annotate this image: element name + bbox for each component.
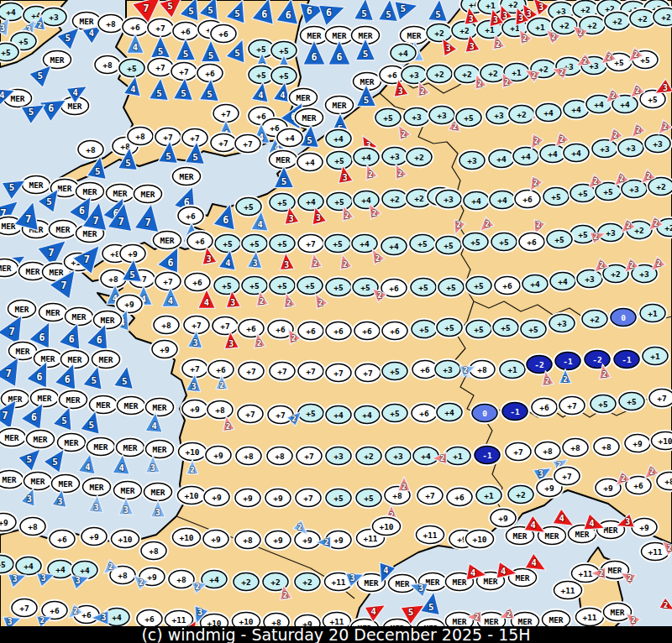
svg-text:+8: +8: [86, 145, 96, 154]
footer-caption: (c) windmig - Saturday 20 December 2025 …: [141, 626, 530, 643]
svg-text:2: 2: [627, 573, 633, 583]
temperature-ellipse: -2: [526, 354, 554, 374]
svg-text:+2: +2: [559, 21, 569, 30]
sea-station-ellipse: MER: [0, 258, 19, 278]
svg-text:6: 6: [286, 9, 291, 21]
temperature-ellipse: -1: [501, 401, 529, 421]
svg-text:MER: MER: [15, 347, 29, 356]
svg-text:+3: +3: [333, 452, 344, 461]
svg-text:2: 2: [536, 220, 541, 229]
svg-text:+9: +9: [212, 493, 222, 502]
svg-text:+4: +4: [530, 280, 540, 289]
svg-text:5: 5: [435, 9, 441, 20]
svg-text:7: 7: [25, 213, 31, 225]
svg-text:MER: MER: [14, 305, 29, 314]
sea-station-ellipse: MER: [144, 439, 175, 459]
svg-text:+7: +7: [155, 63, 165, 72]
svg-text:MER: MER: [33, 435, 47, 444]
svg-text:3: 3: [527, 9, 532, 18]
svg-text:3: 3: [13, 574, 18, 583]
svg-text:+9: +9: [333, 536, 344, 545]
svg-text:4: 4: [530, 520, 535, 530]
sea-station-ellipse: MER: [58, 389, 88, 410]
svg-text:2: 2: [534, 136, 539, 145]
svg-text:4: 4: [152, 421, 157, 431]
svg-text:+6: +6: [306, 327, 316, 336]
svg-text:+1: +1: [650, 352, 660, 361]
temperature-ellipse: +6: [297, 321, 325, 341]
svg-text:+9: +9: [544, 484, 554, 493]
svg-text:+5: +5: [333, 239, 343, 248]
svg-text:6: 6: [312, 51, 318, 63]
sea-station-ellipse: MER: [288, 87, 318, 107]
sea-station-ellipse: MER: [133, 184, 163, 204]
svg-text:+2: +2: [661, 13, 670, 22]
svg-text:+1: +1: [484, 491, 494, 500]
sea-station-ellipse: MER: [143, 482, 173, 502]
svg-text:3: 3: [57, 497, 62, 506]
svg-text:+5: +5: [598, 400, 608, 409]
temperature-ellipse: +8: [168, 569, 196, 589]
svg-text:MER: MER: [515, 573, 529, 583]
temperature-ellipse: +8: [534, 441, 562, 461]
svg-text:+7: +7: [19, 604, 29, 613]
temperature-ellipse: +7: [505, 442, 533, 462]
svg-text:6: 6: [326, 7, 332, 18]
svg-text:+6: +6: [57, 535, 67, 544]
temperature-ellipse: +5: [324, 233, 352, 254]
svg-text:7: 7: [118, 216, 123, 227]
temperature-ellipse: +2: [426, 23, 454, 43]
svg-text:+6: +6: [216, 365, 226, 374]
temperature-ellipse: +3: [403, 107, 431, 127]
temperature-ellipse: +3: [325, 446, 353, 466]
svg-text:+2: +2: [459, 26, 469, 35]
svg-text:+8: +8: [118, 571, 128, 580]
temperature-ellipse: +4: [512, 146, 540, 166]
svg-text:5: 5: [234, 48, 240, 59]
svg-text:MER: MER: [10, 94, 24, 103]
temperature-ellipse: +9: [624, 433, 652, 453]
svg-text:+7: +7: [155, 24, 165, 33]
svg-text:MER: MER: [307, 31, 321, 40]
svg-text:+8: +8: [543, 447, 553, 456]
temperature-ellipse: +5: [465, 319, 493, 339]
svg-text:+5: +5: [277, 239, 287, 248]
svg-text:+6: +6: [276, 325, 286, 334]
svg-text:3: 3: [418, 583, 423, 593]
temperature-ellipse: +4: [489, 190, 517, 210]
temperature-ellipse: +5: [520, 319, 548, 339]
svg-text:+7: +7: [303, 494, 312, 503]
svg-text:+5: +5: [333, 283, 344, 292]
temperature-ellipse: +7: [269, 361, 297, 381]
svg-text:MER: MER: [360, 77, 374, 86]
svg-text:+9: +9: [124, 300, 134, 309]
svg-text:MER: MER: [96, 400, 110, 410]
svg-text:2: 2: [260, 296, 265, 306]
svg-text:+8: +8: [570, 443, 580, 452]
svg-text:5: 5: [281, 176, 287, 187]
svg-text:MER: MER: [79, 17, 93, 26]
svg-text:2: 2: [599, 260, 604, 269]
svg-text:2: 2: [190, 465, 195, 474]
svg-text:2: 2: [559, 134, 564, 144]
svg-text:2: 2: [635, 86, 640, 95]
svg-text:6: 6: [39, 332, 45, 343]
sea-station-ellipse: MER: [324, 95, 354, 115]
sea-station-ellipse: MER: [29, 388, 60, 408]
temperature-ellipse: +4: [276, 128, 304, 148]
svg-text:MER: MER: [71, 312, 86, 322]
svg-text:3: 3: [193, 338, 198, 348]
svg-text:4: 4: [531, 557, 536, 567]
svg-text:+11: +11: [560, 586, 575, 595]
svg-text:+3: +3: [467, 156, 477, 165]
svg-text:3: 3: [197, 608, 202, 617]
svg-text:+6: +6: [256, 112, 266, 121]
svg-text:+9: +9: [160, 345, 170, 354]
temperature-ellipse: +8: [127, 126, 155, 146]
svg-text:-2: -2: [534, 360, 543, 369]
svg-text:MER: MER: [4, 433, 18, 442]
temperature-ellipse: +3: [644, 133, 672, 154]
svg-text:MER: MER: [50, 55, 64, 65]
svg-text:+4: +4: [361, 196, 371, 205]
temperature-ellipse: +4: [353, 147, 381, 167]
